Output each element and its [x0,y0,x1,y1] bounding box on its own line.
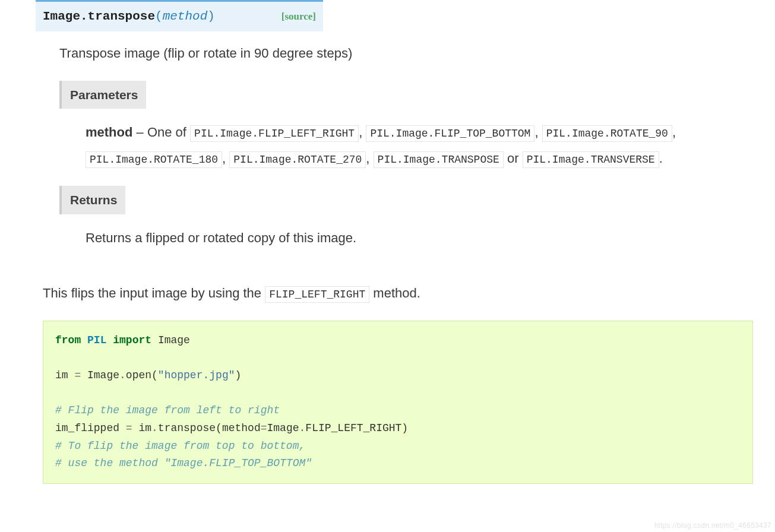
kw-from: from [55,334,81,346]
method-content: Transpose image (flip or rotate in 90 de… [36,31,739,484]
separator-or: or [504,151,523,166]
comment: # To flip the image from top to bottom, [55,440,305,452]
separator: , [672,125,676,140]
comment: # use the method "Image.FLIP_TOP_BOTTOM" [55,457,312,469]
const-rotate-270: PIL.Image.ROTATE_270 [229,151,366,168]
op-dot: . [151,422,158,434]
string-literal: "hopper.jpg" [158,369,235,381]
separator: , [366,151,369,166]
parameters-body: method – One of PIL.Image.FLIP_LEFT_RIGH… [59,119,739,186]
op-eq: = [126,422,132,434]
op-eq: = [261,422,267,434]
op-dot: . [299,422,306,434]
const-flip-top-bottom: PIL.Image.FLIP_TOP_BOTTOM [366,125,534,142]
code-text: FLIP_LEFT_RIGHT) [305,422,408,434]
code-text: Image [81,369,119,381]
op-eq: = [74,369,81,381]
field-list: Parameters method – One of PIL.Image.FLI… [59,81,739,265]
const-rotate-90: PIL.Image.ROTATE_90 [542,125,672,142]
code-text: im [132,422,151,434]
code-text: im [55,369,74,381]
signature-qualname: Image.transpose [43,7,155,26]
intro-code: FLIP_LEFT_RIGHT [265,286,369,303]
code-text: im_flipped [55,422,126,434]
const-rotate-180: PIL.Image.ROTATE_180 [86,151,222,168]
import-name: Image [158,334,190,346]
op-dot: . [119,369,126,381]
method-block: Image.transpose(method) [source] Transpo… [36,0,739,484]
signature-open-paren: ( [155,7,163,26]
example-intro: This flips the input image by using the … [43,283,739,303]
code-text: transpose(method [158,422,261,434]
method-signature: Image.transpose(method) [source] [36,0,323,31]
const-transverse: PIL.Image.TRANSVERSE [523,151,659,168]
const-flip-left-right: PIL.Image.FLIP_LEFT_RIGHT [190,125,359,142]
code-text: Image [267,422,299,434]
separator: , [359,125,362,140]
separator: , [222,151,226,166]
returns-body: Returns a flipped or rotated copy of thi… [59,225,739,265]
const-transpose: PIL.Image.TRANSPOSE [374,151,504,168]
intro-post: method. [369,286,420,300]
code-text: open( [126,369,158,381]
code-block: from PIL import Image im = Image.open("h… [43,321,753,484]
module-pil: PIL [87,334,106,346]
intro-pre: This flips the input image by using the [43,286,265,300]
signature-param: method [163,7,208,26]
kw-import: import [113,334,151,346]
separator: , [534,125,538,140]
param-lead-text: – One of [132,125,190,140]
separator-period: . [659,151,663,166]
comment: # Flip the image from left to right [55,404,280,416]
returns-heading: Returns [59,186,125,214]
signature-close-paren: ) [207,7,215,26]
code-text: ) [235,369,241,381]
parameters-heading: Parameters [59,81,146,109]
source-link[interactable]: [source] [281,9,316,24]
method-description: Transpose image (flip or rotate in 90 de… [59,43,739,63]
param-name: method [86,125,132,140]
